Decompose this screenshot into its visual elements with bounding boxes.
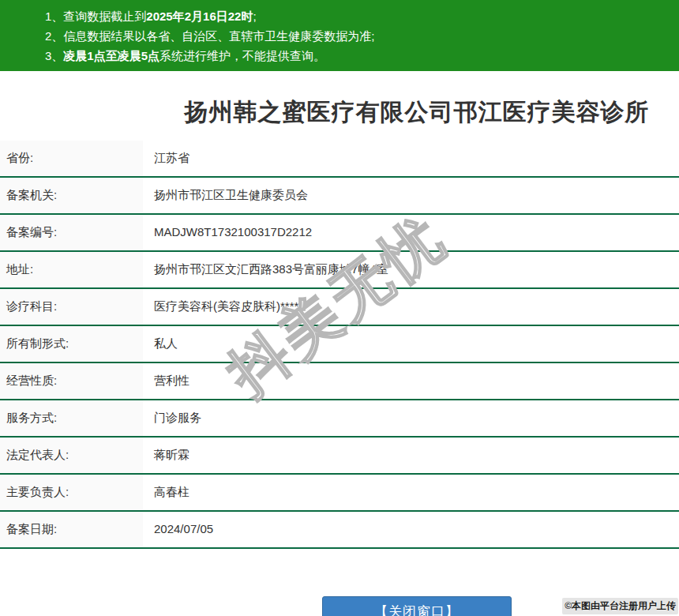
row-label: 所有制形式: [0, 326, 143, 362]
row-label: 经营性质: [0, 363, 143, 399]
table-row-filing-authority: 备案机关: 扬州市邗江区卫生健康委员会 [0, 178, 679, 215]
row-value: MADJW8T1732100317D2212 [143, 215, 679, 250]
notice-line-1-text: 1、查询数据截止到 [45, 9, 146, 23]
row-label: 地址: [0, 252, 143, 287]
table-row-principal: 主要负责人: 高春柱 [0, 475, 679, 512]
table-row-filing-date: 备案日期: 2024/07/05 [0, 512, 679, 549]
row-value: 私人 [143, 326, 679, 362]
table-row-service-mode: 服务方式: 门诊服务 [0, 400, 679, 438]
table-row-legal-representative: 法定代表人: 蒋昕霖 [0, 438, 679, 475]
table-row-address: 地址: 扬州市邗江区文汇西路383号富丽康城7幢4室 [0, 252, 679, 289]
notice-line-2: 2、信息数据结果以各省、自治区、直辖市卫生健康委数据为准; [45, 26, 671, 46]
notice-line-3-text: 3、 [45, 49, 63, 62]
notice-line-1-suffix: ; [253, 9, 256, 23]
page-title: 扬州韩之蜜医疗有限公司邗江医疗美容诊所 [0, 96, 679, 129]
row-label: 服务方式: [0, 400, 143, 436]
notice-line-3: 3、凌晨1点至凌晨5点系统进行维护，不能提供查询。 [45, 46, 671, 66]
table-row-filing-number: 备案编号: MADJW8T1732100317D2212 [0, 215, 679, 252]
row-value: 营利性 [143, 363, 679, 399]
row-label: 备案日期: [0, 512, 143, 547]
notice-line-3-bold: 凌晨1点至凌晨5点 [63, 49, 159, 62]
row-value: 2024/07/05 [143, 512, 679, 547]
row-value: 扬州市邗江区文汇西路383号富丽康城7幢4室 [143, 252, 679, 287]
table-row-operating-nature: 经营性质: 营利性 [0, 363, 679, 400]
row-value: 门诊服务 [143, 400, 679, 436]
row-label: 备案机关: [0, 178, 143, 213]
credit-badge: ©本图由平台注册用户上传 [562, 598, 678, 614]
table-row-province: 省份: 江苏省 [0, 141, 679, 178]
notice-line-1: 1、查询数据截止到2025年2月16日22时; [45, 6, 671, 26]
row-label: 法定代表人: [0, 438, 143, 473]
notice-line-2-text: 2、信息数据结果以各省、自治区、直辖市卫生健康委数据为准; [45, 29, 375, 43]
table-row-treatment-subjects: 诊疗科目: 医疗美容科(美容皮肤科)****** [0, 289, 679, 326]
table-row-ownership-form: 所有制形式: 私人 [0, 326, 679, 363]
row-label: 备案编号: [0, 215, 143, 250]
notice-line-3-suffix: 系统进行维护，不能提供查询。 [159, 49, 325, 62]
row-value: 蒋昕霖 [143, 438, 679, 473]
record-page: 扬州韩之蜜医疗有限公司邗江医疗美容诊所 省份: 江苏省 备案机关: 扬州市邗江区… [0, 69, 679, 616]
row-value: 医疗美容科(美容皮肤科)****** [143, 289, 679, 325]
row-value: 江苏省 [143, 141, 679, 176]
row-label: 诊疗科目: [0, 289, 143, 325]
row-value: 扬州市邗江区卫生健康委员会 [143, 178, 679, 213]
notice-line-1-bold: 2025年2月16日22时 [146, 9, 253, 23]
row-label: 省份: [0, 141, 143, 176]
row-value: 高春柱 [143, 475, 679, 510]
close-window-button[interactable]: 【关闭窗口】 [322, 596, 512, 616]
row-label: 主要负责人: [0, 475, 143, 510]
notice-banner: 1、查询数据截止到2025年2月16日22时; 2、信息数据结果以各省、自治区、… [0, 0, 679, 71]
record-detail-table: 省份: 江苏省 备案机关: 扬州市邗江区卫生健康委员会 备案编号: MADJW8… [0, 141, 679, 549]
